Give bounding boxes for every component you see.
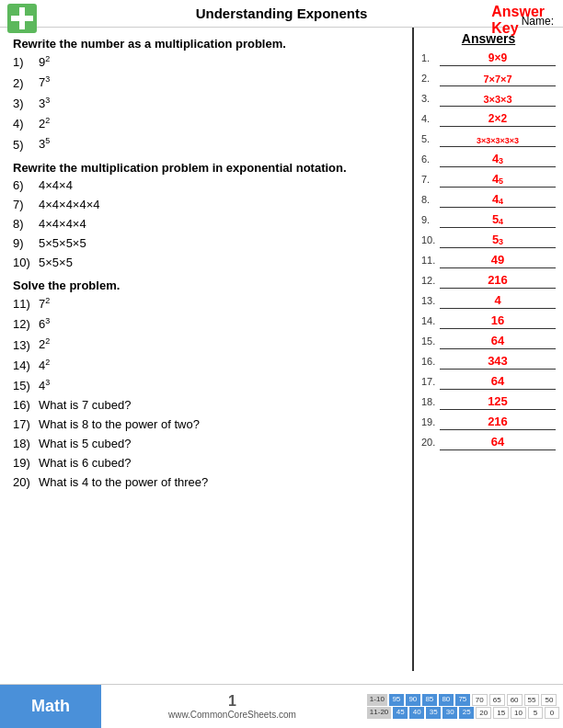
score-table: 1-10 95 90 85 80 75 70 65 60 55 50 11-20… bbox=[363, 685, 563, 728]
section-1-problems: 1) 92 2) 73 3) 33 4) 22 5) 35 bbox=[13, 54, 399, 152]
answer-20: 20. 64 bbox=[421, 434, 556, 450]
page-number: 1 bbox=[228, 693, 236, 710]
answer-18: 18. 125 bbox=[421, 393, 556, 410]
answer-8: 8. 44 bbox=[421, 191, 556, 208]
section-2-title: Rewrite the multiplication problem in ex… bbox=[13, 161, 399, 175]
answer-7: 7. 45 bbox=[421, 171, 556, 188]
problem-19: 19) What is 6 cubed? bbox=[13, 456, 399, 470]
problem-2: 2) 73 bbox=[13, 74, 399, 89]
answer-1: 1. 9×9 bbox=[421, 50, 556, 66]
problem-10: 10) 5×5×5 bbox=[13, 256, 399, 269]
problem-1: 1) 92 bbox=[13, 54, 399, 69]
problem-20: 20) What is 4 to the power of three? bbox=[13, 475, 399, 489]
answer-16: 16. 343 bbox=[421, 353, 556, 370]
main-content: Rewrite the number as a multiplication p… bbox=[0, 28, 563, 671]
score-row-1: 1-10 95 90 85 80 75 70 65 60 55 50 bbox=[367, 694, 559, 706]
problem-9: 9) 5×5×5×5 bbox=[13, 236, 399, 250]
answer-12: 12. 216 bbox=[421, 272, 556, 289]
website: www.CommonCoreSheets.com bbox=[168, 710, 296, 720]
answer-19: 19. 216 bbox=[421, 414, 556, 430]
problem-17: 17) What is 8 to the power of two? bbox=[13, 417, 399, 431]
section-2-problems: 6) 4×4×4 7) 4×4×4×4×4 8) 4×4×4×4 9) 5×5×… bbox=[13, 178, 399, 269]
answer-11: 11. 49 bbox=[421, 252, 556, 268]
section-1: Rewrite the number as a multiplication p… bbox=[13, 37, 399, 152]
answer-14: 14. 16 bbox=[421, 313, 556, 329]
logo-icon bbox=[7, 4, 37, 33]
section-3-problems: 11) 72 12) 63 13) 22 14) 42 15) 43 bbox=[13, 296, 399, 490]
answer-3: 3. 3×3×3 bbox=[421, 90, 556, 107]
answer-9: 9. 54 bbox=[421, 211, 556, 228]
section-3-title: Solve the problem. bbox=[13, 279, 399, 292]
problem-3: 3) 33 bbox=[13, 96, 399, 110]
page-title: Understanding Exponents bbox=[196, 6, 368, 21]
problem-18: 18) What is 5 cubed? bbox=[13, 437, 399, 450]
left-panel: Rewrite the number as a multiplication p… bbox=[0, 28, 414, 671]
page-header: Understanding Exponents Answer Key Name: bbox=[0, 0, 563, 28]
answer-10: 10. 53 bbox=[421, 232, 556, 248]
problem-5: 5) 35 bbox=[13, 136, 399, 151]
problem-15: 15) 43 bbox=[13, 378, 399, 392]
answer-17: 17. 64 bbox=[421, 373, 556, 390]
answer-15: 15. 64 bbox=[421, 333, 556, 349]
answer-key-label: Answer Key bbox=[491, 4, 545, 37]
footer-center: 1 www.CommonCoreSheets.com bbox=[101, 685, 363, 728]
svg-rect-2 bbox=[11, 16, 33, 21]
answer-2: 2. 7×7×7 bbox=[421, 70, 556, 86]
right-panel: Answers 1. 9×9 2. 7×7×7 3. 3×3×3 4. 2×2 … bbox=[414, 28, 563, 671]
problem-13: 13) 22 bbox=[13, 336, 399, 351]
section-3: Solve the problem. 11) 72 12) 63 13) 22 … bbox=[13, 279, 399, 490]
problem-4: 4) 22 bbox=[13, 116, 399, 131]
score-row-2: 11-20 45 40 35 30 25 20 15 10 5 0 bbox=[367, 707, 559, 719]
problem-8: 8) 4×4×4×4 bbox=[13, 217, 399, 231]
problem-16: 16) What is 7 cubed? bbox=[13, 398, 399, 412]
footer: Math 1 www.CommonCoreSheets.com 1-10 95 … bbox=[0, 684, 563, 728]
problem-14: 14) 42 bbox=[13, 358, 399, 372]
answer-6: 6. 43 bbox=[421, 151, 556, 167]
section-1-title: Rewrite the number as a multiplication p… bbox=[13, 37, 399, 51]
problem-7: 7) 4×4×4×4×4 bbox=[13, 198, 399, 211]
problem-6: 6) 4×4×4 bbox=[13, 178, 399, 192]
problem-12: 12) 63 bbox=[13, 316, 399, 331]
section-2: Rewrite the multiplication problem in ex… bbox=[13, 161, 399, 269]
footer-math-label: Math bbox=[0, 685, 101, 728]
answer-4: 4. 2×2 bbox=[421, 110, 556, 127]
answer-13: 13. 4 bbox=[421, 292, 556, 309]
problem-11: 11) 72 bbox=[13, 296, 399, 311]
answer-5: 5. 3×3×3×3×3 bbox=[421, 131, 556, 147]
